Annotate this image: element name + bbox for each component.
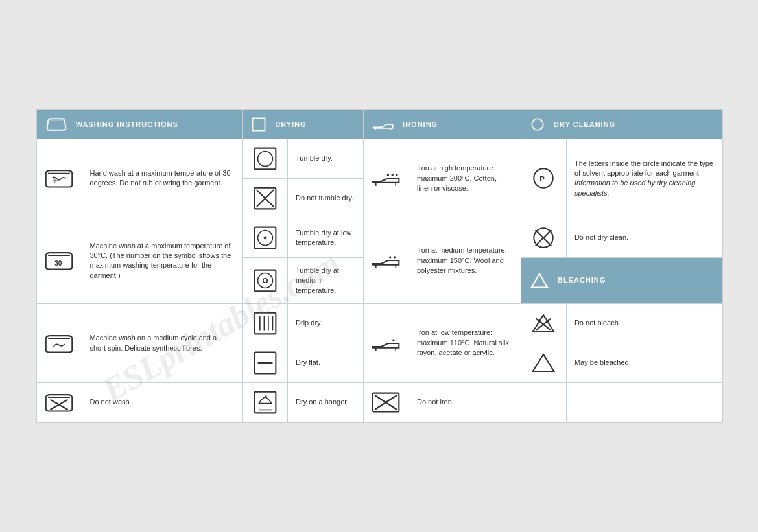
- svg-marker-45: [533, 354, 554, 371]
- row1-wash-desc: Hand wash at a maximum temperature of 30…: [82, 139, 243, 218]
- row1-dry-clean-p-icon: P: [521, 139, 566, 218]
- row1b-no-tumble-dry-icon: [243, 178, 288, 218]
- svg-point-24: [394, 257, 396, 259]
- svg-text:P: P: [540, 175, 545, 183]
- row2-wash-30-icon: 30: [36, 218, 82, 303]
- row4-empty-dc-icon: [521, 383, 566, 422]
- row2b-tumble-dry-medium-desc: Tumble dry at medium temperature.: [288, 257, 364, 303]
- row3-drip-dry-icon: [243, 304, 288, 343]
- wash-header-icon: [46, 117, 67, 132]
- row-2: 30 Machine wash at a maximum temperature…: [36, 218, 722, 257]
- row4-dry-hanger-icon: [243, 383, 288, 422]
- row2-no-dry-clean-desc: Do not dry clean.: [566, 218, 722, 257]
- dry-cleaning-header-icon: [530, 117, 545, 132]
- row3-wash-delicate-icon: [36, 304, 82, 383]
- svg-point-9: [387, 174, 389, 176]
- row3-wash-delicate-desc: Machine wash on a medium cycle and a sho…: [82, 304, 243, 383]
- bleaching-label: BLEACHING: [558, 276, 606, 284]
- page-wrapper: ESLprintables.com WASHING INSTRUCTI: [36, 109, 723, 423]
- row2-tumble-dry-low-desc: Tumble dry at low temperature.: [288, 218, 364, 257]
- svg-marker-40: [533, 315, 554, 332]
- header-row: WASHING INSTRUCTIONS DRYING: [36, 110, 722, 139]
- row4-empty-dc-desc: [566, 383, 722, 422]
- row2-iron-medium-icon: [363, 218, 409, 303]
- row-3: Machine wash on a medium cycle and a sho…: [36, 304, 722, 343]
- row-1: 手 Hand wash at a maximum temperature of …: [36, 139, 722, 178]
- bleach-triangle-icon: [530, 272, 549, 289]
- row3b-dry-flat-desc: Dry flat.: [288, 343, 364, 383]
- svg-point-10: [392, 174, 394, 176]
- row2-iron-medium-desc: Iron at medium temperature: maximum 150°…: [409, 218, 521, 303]
- svg-rect-0: [253, 118, 265, 130]
- row1b-no-tumble-dry-desc: Do not tumble dry.: [288, 178, 364, 218]
- row2-tumble-dry-low-icon: [243, 218, 288, 257]
- row3-drip-dry-desc: Drip dry.: [288, 304, 364, 343]
- drying-header-icon: [252, 117, 266, 132]
- svg-point-3: [532, 119, 543, 130]
- wash-header-label: WASHING INSTRUCTIONS: [76, 121, 178, 128]
- header-wash: WASHING INSTRUCTIONS: [36, 110, 243, 139]
- svg-point-11: [396, 174, 398, 176]
- row1-wash-icon-cell: 手: [36, 139, 82, 218]
- drying-header-label: DRYING: [275, 121, 306, 128]
- row2-no-dry-clean-icon: [521, 218, 566, 257]
- row2-wash-30-desc: Machine wash at a maximum temperature of…: [82, 218, 243, 303]
- row4-no-iron-icon: [363, 383, 409, 422]
- row4-dry-hanger-desc: Dry on a hanger.: [288, 383, 364, 422]
- row1-dry-clean-desc: The letters inside the circle indicate t…: [566, 139, 722, 218]
- header-drying: DRYING: [243, 110, 364, 139]
- row3b-may-bleach-desc: May be bleached.: [566, 343, 722, 383]
- svg-point-29: [257, 273, 272, 288]
- row3-iron-low-icon: [363, 304, 409, 383]
- row1-iron-high-icon: [363, 139, 409, 218]
- row3-no-bleach-desc: Do not bleach.: [566, 304, 722, 343]
- row1-tumble-dry-desc: Tumble dry.: [288, 139, 364, 178]
- header-dry-cleaning: DRY CLEANING: [521, 110, 722, 139]
- row1-tumble-dry-icon: [243, 139, 288, 178]
- row4-no-wash-icon: [36, 383, 82, 422]
- row4-no-iron-desc: Do not iron.: [409, 383, 521, 422]
- row4-no-wash-desc: Do not wash.: [82, 383, 243, 422]
- ironing-header-icon: [373, 117, 394, 132]
- svg-point-30: [263, 279, 267, 283]
- svg-point-20: [263, 236, 266, 239]
- row3-iron-low-desc: Iron at low temperature: maximum 110°C. …: [409, 304, 521, 383]
- laundry-table: WASHING INSTRUCTIONS DRYING: [36, 110, 722, 422]
- header-ironing: IRONING: [363, 110, 521, 139]
- laundry-table-container: WASHING INSTRUCTIONS DRYING: [36, 109, 723, 423]
- svg-text:30: 30: [54, 260, 62, 267]
- row3b-may-bleach-icon: [521, 343, 566, 383]
- ironing-header-label: IRONING: [403, 121, 438, 128]
- row2b-tumble-dry-medium-icon: [243, 257, 288, 303]
- row-4: Do not wash. Dry on a hanger.: [36, 383, 722, 422]
- svg-point-39: [393, 339, 395, 341]
- row3-no-bleach-icon: [521, 304, 566, 343]
- dry-cleaning-header-label: DRY CLEANING: [554, 121, 615, 128]
- svg-marker-31: [532, 273, 548, 287]
- svg-point-23: [390, 257, 392, 259]
- row1-iron-high-desc: Iron at high temperature: maximum 200°C.…: [409, 139, 521, 218]
- svg-point-6: [257, 151, 272, 166]
- row3b-dry-flat-icon: [243, 343, 288, 383]
- bleaching-header-cell: BLEACHING: [521, 257, 722, 303]
